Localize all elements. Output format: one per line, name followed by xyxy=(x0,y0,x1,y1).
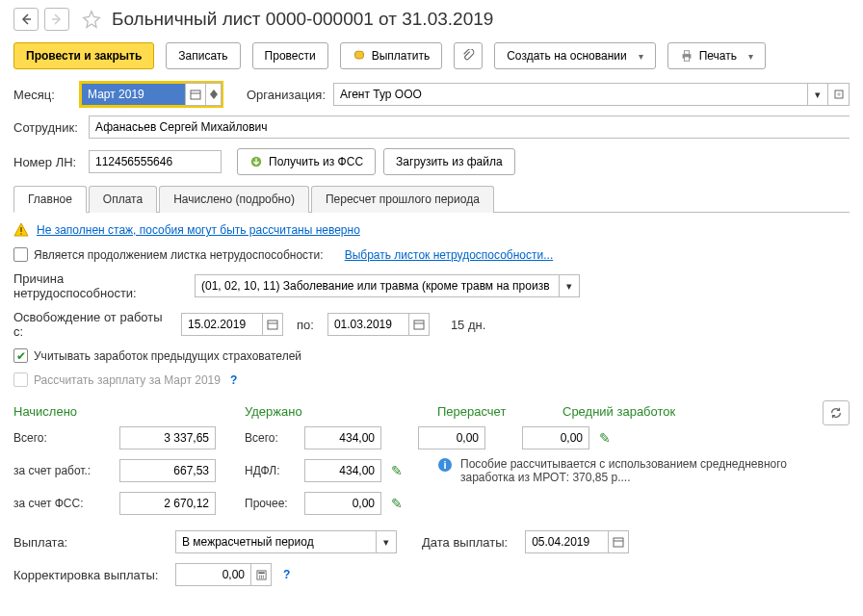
ndfl-input[interactable] xyxy=(304,459,381,482)
ln-label: Номер ЛН: xyxy=(13,155,81,169)
org-label: Организация: xyxy=(247,88,326,102)
month-stepper[interactable] xyxy=(206,83,222,106)
payout-corr-label: Корректировка выплаты: xyxy=(13,568,168,582)
fss-label: за счет ФСС: xyxy=(13,497,119,510)
info-icon: i xyxy=(437,457,453,473)
tab-recalc[interactable]: Пересчет прошлого периода xyxy=(311,186,494,213)
get-fss-button[interactable]: Получить из ФСС xyxy=(237,148,376,175)
release-from-calendar[interactable] xyxy=(262,313,283,336)
info-box: i Пособие рассчитывается с использование… xyxy=(437,457,811,484)
svg-rect-4 xyxy=(191,90,200,99)
ln-input[interactable] xyxy=(89,150,222,173)
release-label: Освобождение от работы с: xyxy=(13,310,173,339)
section-avg: Средний заработок xyxy=(562,404,726,419)
release-to-input[interactable] xyxy=(327,313,408,336)
prev-insurers-checkbox[interactable] xyxy=(13,348,28,363)
release-days: 15 дн. xyxy=(451,318,485,332)
load-file-button[interactable]: Загрузить из файла xyxy=(383,148,515,175)
refresh-button[interactable] xyxy=(823,400,850,425)
reason-input[interactable] xyxy=(195,274,559,297)
release-to-label: по: xyxy=(297,318,314,332)
total-withheld-input[interactable] xyxy=(304,426,381,449)
section-recalc: Перерасчет xyxy=(437,404,562,419)
release-to-calendar[interactable] xyxy=(408,313,430,336)
refresh-icon xyxy=(829,406,843,420)
recalc-salary-label: Рассчитать зарплату за Март 2019 xyxy=(34,373,221,387)
pencil-icon[interactable]: ✎ xyxy=(389,463,405,478)
payout-corr-input[interactable] xyxy=(175,563,250,586)
tab-payment[interactable]: Оплата xyxy=(89,186,157,213)
svg-rect-8 xyxy=(268,321,277,329)
favorite-icon[interactable] xyxy=(81,9,102,30)
section-withheld: Удержано xyxy=(245,404,437,419)
pencil-icon[interactable]: ✎ xyxy=(597,430,613,446)
payout-label: Выплата: xyxy=(13,535,168,550)
help-icon[interactable]: ? xyxy=(230,373,237,387)
recalc-input[interactable] xyxy=(418,426,485,449)
svg-text:i: i xyxy=(443,459,446,471)
avg-input[interactable] xyxy=(522,426,589,449)
payout-input[interactable] xyxy=(175,530,376,553)
fss-input[interactable] xyxy=(119,492,216,515)
org-input[interactable] xyxy=(333,83,807,106)
section-accrued: Начислено xyxy=(13,404,245,419)
employee-input[interactable] xyxy=(89,116,850,139)
save-button[interactable]: Записать xyxy=(166,42,240,69)
prev-insurers-label: Учитывать заработок предыдущих страховат… xyxy=(34,349,301,363)
employee-label: Сотрудник: xyxy=(13,120,81,135)
payout-date-input[interactable] xyxy=(525,530,608,553)
svg-point-15 xyxy=(259,575,260,576)
other-label: Прочее: xyxy=(245,497,304,510)
post-button[interactable]: Провести xyxy=(252,42,328,69)
pay-button[interactable]: Выплатить xyxy=(340,42,443,69)
svg-point-20 xyxy=(262,577,263,578)
svg-rect-9 xyxy=(414,321,424,329)
back-button[interactable] xyxy=(13,8,39,31)
recalc-salary-checkbox xyxy=(13,372,28,387)
attach-button[interactable] xyxy=(454,42,483,69)
svg-rect-12 xyxy=(614,538,623,547)
org-dropdown-button[interactable]: ▾ xyxy=(807,83,828,106)
month-input[interactable] xyxy=(81,83,185,106)
svg-point-17 xyxy=(262,575,263,576)
tab-accrued[interactable]: Начислено (подробно) xyxy=(159,186,309,213)
withheld-total-label: Всего: xyxy=(245,431,304,445)
calendar-icon[interactable] xyxy=(185,83,206,106)
total-label: Всего: xyxy=(13,431,119,445)
warning-link[interactable]: Не заполнен стаж, пособия могут быть рас… xyxy=(37,223,360,237)
other-input[interactable] xyxy=(304,492,381,515)
calculator-icon[interactable] xyxy=(250,563,272,586)
svg-rect-3 xyxy=(684,57,689,61)
total-accrued-input[interactable] xyxy=(119,426,216,449)
reason-dropdown-button[interactable]: ▾ xyxy=(559,274,580,297)
download-icon xyxy=(249,155,263,168)
post-and-close-button[interactable]: Провести и закрыть xyxy=(13,42,154,69)
print-button[interactable]: Печать xyxy=(667,42,766,69)
employer-input[interactable] xyxy=(119,459,216,482)
month-field[interactable] xyxy=(81,83,222,106)
ndfl-label: НДФЛ: xyxy=(245,464,304,477)
tab-main[interactable]: Главное xyxy=(13,186,87,213)
svg-point-19 xyxy=(260,577,261,578)
forward-button[interactable] xyxy=(44,8,69,31)
coins-icon xyxy=(353,49,366,63)
continuation-label: Является продолжением листка нетрудоспос… xyxy=(34,248,324,262)
reason-label: Причина нетрудоспособности: xyxy=(13,271,187,300)
continuation-checkbox[interactable] xyxy=(13,247,28,262)
svg-point-7 xyxy=(20,233,22,235)
warning-icon xyxy=(13,222,29,238)
printer-icon xyxy=(680,49,693,63)
svg-point-16 xyxy=(260,575,261,576)
org-open-button[interactable] xyxy=(828,83,850,106)
svg-rect-14 xyxy=(258,572,264,574)
employer-label: за счет работ.: xyxy=(13,464,119,477)
month-label: Месяц: xyxy=(13,88,73,102)
release-from-input[interactable] xyxy=(181,313,262,336)
payout-dropdown-button[interactable]: ▾ xyxy=(376,530,397,553)
help-icon[interactable]: ? xyxy=(283,568,290,581)
continuation-link[interactable]: Выбрать листок нетрудоспособности... xyxy=(345,248,554,262)
create-based-button[interactable]: Создать на основании xyxy=(494,42,656,69)
svg-point-18 xyxy=(259,577,260,578)
payout-date-calendar[interactable] xyxy=(608,530,629,553)
pencil-icon[interactable]: ✎ xyxy=(389,496,405,511)
